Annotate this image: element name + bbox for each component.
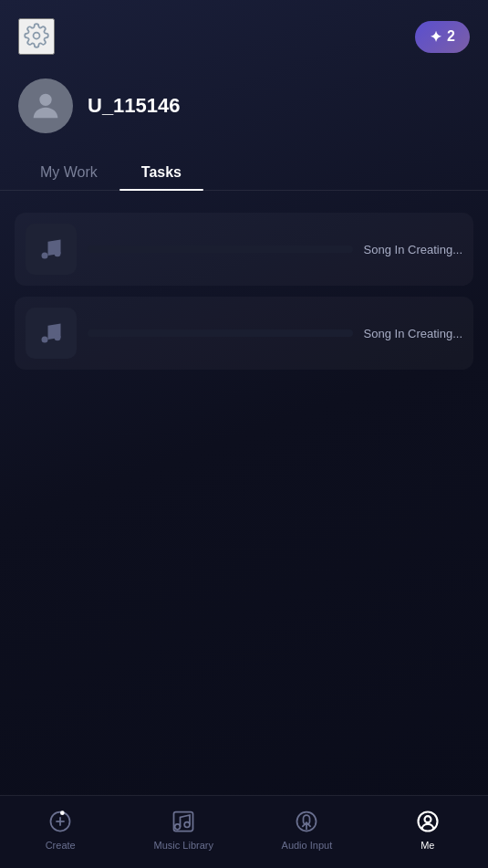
star-icon: ✦ <box>430 28 441 46</box>
task-progress-bar <box>88 246 353 253</box>
me-icon <box>413 807 442 836</box>
audio-input-icon <box>292 807 321 836</box>
nav-item-create[interactable]: Create <box>33 807 88 851</box>
tabs-row: My Work Tasks <box>0 155 488 191</box>
task-thumbnail <box>26 224 77 275</box>
nav-item-audio-input[interactable]: Audio Input <box>279 807 334 851</box>
nav-label-me: Me <box>421 840 434 851</box>
top-bar: ✦ 2 <box>0 0 488 64</box>
task-item[interactable]: Song In Creating... <box>15 213 473 286</box>
task-progress-bar <box>88 329 353 337</box>
svg-point-2 <box>55 250 61 256</box>
svg-point-0 <box>39 94 51 106</box>
credits-badge[interactable]: ✦ 2 <box>415 21 470 53</box>
nav-label-create: Create <box>46 840 76 851</box>
svg-point-4 <box>55 334 61 340</box>
svg-point-9 <box>175 823 181 829</box>
tab-tasks[interactable]: Tasks <box>119 155 203 190</box>
task-thumbnail <box>26 308 77 359</box>
task-item[interactable]: Song In Creating... <box>15 297 473 370</box>
music-library-icon <box>169 807 198 836</box>
task-right: Song In Creating... <box>364 243 462 256</box>
nav-label-music-library: Music Library <box>154 840 213 851</box>
nav-label-audio-input: Audio Input <box>282 840 333 851</box>
svg-point-14 <box>424 816 431 822</box>
svg-point-10 <box>184 821 190 827</box>
user-section: U_115146 <box>0 64 488 155</box>
task-content <box>88 246 353 253</box>
task-content <box>88 329 353 337</box>
svg-point-1 <box>42 253 48 259</box>
avatar <box>18 78 73 133</box>
tab-my-work[interactable]: My Work <box>18 155 119 190</box>
task-status-label: Song In Creating... <box>364 327 462 340</box>
settings-button[interactable] <box>18 18 55 55</box>
svg-point-3 <box>42 337 48 343</box>
task-status-label: Song In Creating... <box>364 243 462 256</box>
username: U_115146 <box>88 94 181 118</box>
create-icon <box>46 807 75 836</box>
svg-point-13 <box>418 811 437 831</box>
nav-item-me[interactable]: Me <box>400 807 455 851</box>
task-right: Song In Creating... <box>364 327 462 340</box>
task-list: Song In Creating... Song In Creating... <box>0 205 488 377</box>
gear-icon <box>24 23 49 51</box>
credits-count: 2 <box>447 28 455 45</box>
bottom-nav: Create Music Library Audio Input <box>0 795 488 868</box>
nav-item-music-library[interactable]: Music Library <box>154 807 213 851</box>
